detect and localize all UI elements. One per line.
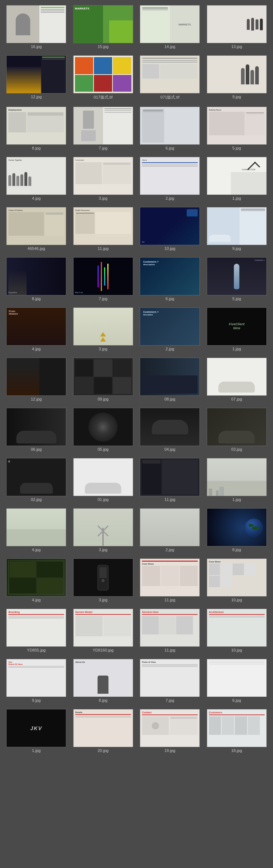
thumb-cell[interactable]: Architecture 10.jpg <box>203 606 270 654</box>
thumbnail-image[interactable]: Health Discussion <box>73 207 133 245</box>
thumbnail-image[interactable]: Details <box>73 709 133 747</box>
thumbnail-image[interactable]: Case Show <box>207 558 267 597</box>
thumb-cell[interactable]: Superfire 8.jpg <box>3 255 70 302</box>
thumbnail-image[interactable]: Building Report <box>207 107 267 145</box>
thumb-cell[interactable]: FromHeaven 4.jpg <box>3 305 70 353</box>
thumbnail-image[interactable] <box>73 558 133 597</box>
thumb-cell[interactable]: About 2.jpg <box>136 155 203 202</box>
thumb-cell[interactable]: Case Show 10.jpg <box>203 556 270 604</box>
thumb-cell[interactable]: 12.jpg <box>3 53 70 101</box>
thumbnail-image[interactable]: FromHeaven <box>6 307 66 346</box>
thumb-cell[interactable]: Branding YD855.jpg <box>3 606 70 654</box>
thumb-cell[interactable]: 16.jpg <box>3 3 70 50</box>
thumbnail-image[interactable] <box>207 659 267 697</box>
thumbnail-image[interactable] <box>6 358 66 396</box>
thumb-cell[interactable]: Customers 18.jpg <box>203 707 270 754</box>
thumb-cell[interactable]: Employment 8.jpg <box>3 104 70 152</box>
thumb-cell[interactable]: Point of View 7.jpg <box>136 657 203 704</box>
thumbnail-image[interactable] <box>140 408 200 446</box>
thumb-cell[interactable]: 07.jpg <box>203 355 270 403</box>
thumb-cell[interactable]: 11.jpg <box>136 456 203 503</box>
thumb-cell[interactable]: Details 20.jpg <box>70 707 137 754</box>
thumbnail-image[interactable] <box>6 55 66 93</box>
thumb-cell[interactable]: 08.jpg <box>136 355 203 403</box>
thumbnail-image[interactable] <box>207 207 267 245</box>
thumb-cell[interactable]: S 02.jpg <box>3 456 70 503</box>
thumb-cell[interactable]: 3.jpg <box>70 556 137 604</box>
thumb-cell[interactable]: 6.jpg <box>203 657 270 704</box>
thumb-cell[interactable]: 9.jpg <box>203 53 270 101</box>
thumbnail-image[interactable]: Customers +description <box>140 257 200 295</box>
thumb-cell[interactable]: for 10.jpg <box>136 205 203 252</box>
thumb-cell[interactable]: Career & Fashion 46546.jpg <box>3 205 70 252</box>
thumbnail-image[interactable]: Wait 4 me <box>73 257 133 295</box>
thumb-cell[interactable]: 7.jpg <box>70 104 137 152</box>
thumb-cell[interactable]: 4.jpg <box>3 556 70 604</box>
thumbnail-image[interactable]: About Us <box>73 659 133 697</box>
thumb-cell[interactable]: 13.jpg <box>203 3 270 50</box>
thumbnail-image[interactable]: Branding <box>6 609 66 647</box>
thumb-cell[interactable]: 9.jpg <box>203 205 270 252</box>
thumbnail-image[interactable]: Services Item <box>140 609 200 647</box>
thumb-cell[interactable]: About Us 8.jpg <box>70 657 137 704</box>
thumbnail-image[interactable]: Contact <box>140 709 200 747</box>
thumb-cell[interactable]: 6.jpg <box>136 104 203 152</box>
thumbnail-image[interactable] <box>207 508 267 546</box>
thumbnail-image[interactable] <box>6 558 66 597</box>
thumbnail-image[interactable]: Employment <box>6 107 66 145</box>
thumb-cell[interactable]: 017版式.tif <box>70 53 137 101</box>
thumbnail-image[interactable]: CHARACTER <box>207 157 267 195</box>
thumb-cell[interactable]: CHARACTER 1.jpg <box>203 155 270 202</box>
thumb-cell[interactable]: Contact 19.jpg <box>136 707 203 754</box>
thumbnail-image[interactable] <box>140 358 200 396</box>
thumbnail-image[interactable] <box>207 408 267 446</box>
thumbnail-image[interactable] <box>140 55 200 93</box>
thumb-cell[interactable]: Customers + 5.jpg <box>203 255 270 302</box>
thumbnail-image[interactable] <box>207 55 267 93</box>
thumb-cell[interactable]: 06.jpg <box>3 406 70 453</box>
thumb-cell[interactable]: 04.jpg <box>136 406 203 453</box>
thumb-cell[interactable]: Human Together 4.jpg <box>3 155 70 202</box>
thumbnail-image[interactable] <box>140 508 200 546</box>
thumbnail-image[interactable] <box>73 107 133 145</box>
thumb-cell[interactable]: 3.jpg <box>70 506 137 553</box>
thumbnail-image[interactable]: Curriculum <box>73 157 133 195</box>
thumbnail-image[interactable]: FiveClientNine <box>207 307 267 346</box>
thumbnail-image[interactable] <box>6 5 66 43</box>
thumb-cell[interactable]: Health Discussion 11.jpg <box>70 205 137 252</box>
thumb-cell[interactable]: Building Report 5.jpg <box>203 104 270 152</box>
thumb-cell[interactable]: 05.jpg <box>70 406 137 453</box>
thumb-cell[interactable]: 12.jpg <box>3 355 70 403</box>
thumb-cell[interactable]: JKV 1.jpg <box>3 707 70 754</box>
thumbnail-image[interactable]: JKV <box>6 709 66 747</box>
thumbnail-image[interactable]: About <box>140 157 200 195</box>
thumbnail-image[interactable]: for <box>140 207 200 245</box>
thumbnail-image[interactable]: Superfire <box>6 257 66 295</box>
thumbnail-image[interactable] <box>6 508 66 546</box>
thumbnail-image[interactable] <box>207 458 267 496</box>
thumb-cell[interactable]: Case Show 11.jpg <box>136 556 203 604</box>
thumb-cell[interactable]: Customers +description 6.jpg <box>136 255 203 302</box>
thumb-cell[interactable]: 071版式.tif <box>136 53 203 101</box>
thumbnail-image[interactable]: MARKETS <box>140 5 200 43</box>
thumb-cell[interactable]: Curriculum 3.jpg <box>70 155 137 202</box>
thumb-cell[interactable]: MARKETS 15.jpg <box>70 3 137 50</box>
thumbnail-image[interactable]: Customers + <box>207 257 267 295</box>
thumbnail-image[interactable] <box>73 307 133 346</box>
thumb-cell[interactable]: 2.jpg <box>136 506 203 553</box>
thumb-cell[interactable]: 01.jpg <box>70 456 137 503</box>
thumbnail-image[interactable]: Service Model <box>73 609 133 647</box>
thumbnail-image[interactable]: Customers <box>207 709 267 747</box>
thumbnail-image[interactable]: MARKETS <box>73 5 133 43</box>
thumbnail-image[interactable] <box>73 458 133 496</box>
thumbnail-image[interactable]: Architecture <box>207 609 267 647</box>
thumb-cell[interactable]: MARKETS 14.jpg <box>136 3 203 50</box>
thumb-cell[interactable]: 4.jpg <box>3 506 70 553</box>
thumbnail-image[interactable]: S <box>6 458 66 496</box>
thumbnail-image[interactable] <box>140 107 200 145</box>
thumb-cell[interactable]: FiveClientNine 1.jpg <box>203 305 270 353</box>
thumbnail-image[interactable]: Customers +description <box>140 307 200 346</box>
thumbnail-image[interactable]: Point of View <box>140 659 200 697</box>
thumbnail-image[interactable] <box>140 458 200 496</box>
thumb-cell[interactable]: 3.jpg <box>70 305 137 353</box>
